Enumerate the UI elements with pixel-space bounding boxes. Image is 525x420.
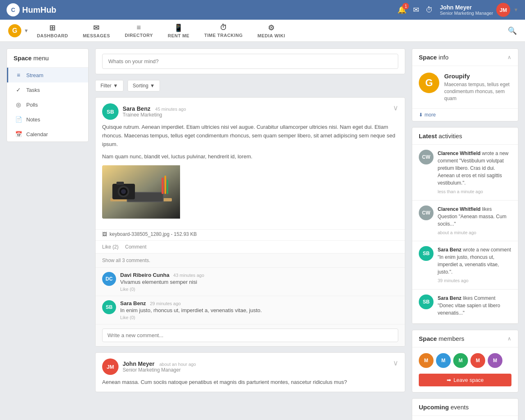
leave-label: Leave space [454,377,484,383]
user-avatar[interactable]: JM [496,3,510,17]
members-toggle[interactable]: ∧ [507,336,511,342]
activity-avatar-1: CW [419,150,434,164]
post-text-1b: Nam quam nunc, blandit vel, luctus pulvi… [102,153,398,161]
member-avatar-4[interactable]: M [470,353,485,368]
space-desc: Maecenas tempus, tellus eget condimentum… [444,81,511,102]
nav-rentme[interactable]: 📱 RENT ME [161,21,196,41]
mediawiki-icon: ⚙ [268,23,275,32]
leave-icon: ➡ [447,377,451,383]
logo[interactable]: C HumHub [7,3,56,16]
space-button[interactable]: G [8,24,21,37]
post-collapse-2[interactable]: ∨ [393,358,398,368]
members-title-strong: Space [419,335,437,342]
space-members-header: Space members ∧ [412,330,518,347]
comment-button-1[interactable]: Comment [125,244,146,250]
nav-timetracking[interactable]: ⏱ TIME TRACKING [198,21,249,40]
like-button-1[interactable]: Like (2) [102,244,119,250]
activity-item-2: CW Clarence Whitfield likes Question "Ae… [412,201,518,242]
leave-space-button[interactable]: ➡ Leave space [419,374,511,386]
clock-button[interactable]: ⏱ [426,6,433,14]
space-info-toggle[interactable]: ∧ [507,54,511,60]
sidebar-item-notes[interactable]: 📄 Notes [7,112,88,127]
latest-activities-card: Latest activities CW Clarence Whitfield … [412,127,518,324]
filter-bar: Filter ▼ Sorting ▼ [95,80,405,91]
top-nav-right: 🔔 1 ✉ ⏱ John Meyer Senior Marketing Mana… [397,3,518,17]
more-label: more [425,112,436,118]
comment-initials-1: DC [105,276,112,282]
space-members-card: Space members ∧ M M M M M ➡ Leave space [412,330,518,393]
svg-rect-8 [116,182,124,185]
member-avatar-5[interactable]: M [488,353,502,368]
space-dropdown-arrow[interactable]: ▼ [24,28,29,34]
nav-messages[interactable]: ✉ MESSAGES [76,21,116,41]
post-header-1: SB Sara Benz 45 minutes ago Trainee Mark… [96,98,405,123]
sorting-label: Sorting [133,83,148,89]
sidebar-item-polls[interactable]: ◎ Polls [7,97,88,112]
latest-activities-header: Latest activities [412,128,518,145]
space-info-card: Space info ∧ G Groupify Maecenas tempus,… [412,48,518,121]
upcoming-content: Skype Call with Davis August 21, 2014 (1… [412,416,518,420]
upcoming-events-card: Upcoming events Skype Call with Davis Au… [412,398,518,420]
post-role-2: Senior Marketing Manager [123,367,196,373]
sidebar-item-stream[interactable]: ≡ Stream [7,68,88,82]
space-logo: G [419,73,439,93]
space-selector[interactable]: G ▼ [8,24,29,37]
top-nav: C HumHub 🔔 1 ✉ ⏱ John Meyer Senior Marke… [0,0,525,20]
comment-initials-2: SB [106,304,113,310]
comment-time-1: 43 minutes ago [173,273,204,278]
member-avatar-1[interactable]: M [419,353,434,368]
post-header-2: JM John Meyer about an hour ago Senior M… [96,353,405,378]
sidebar-item-calendar[interactable]: 📅 Calendar [7,127,88,142]
nav-timetracking-label: TIME TRACKING [204,33,243,38]
notifications-button[interactable]: 🔔 1 [397,5,406,14]
space-info-header: Space info ∧ [412,49,518,66]
nav-mediawiki-label: MEDIA WIKI [258,33,285,38]
comment-like-1[interactable]: Like (0) [120,287,398,292]
sidebar-notes-label: Notes [26,116,40,123]
stream-icon: ≡ [15,72,22,78]
post-avatar-john: JM [102,358,119,375]
sidebar: Space menu ≡ Stream ✓ Tasks ◎ Polls 📄 No… [7,48,89,420]
post-text-1a: Quisque rutrum. Aenean imperdiet. Etiam … [102,123,398,148]
messages-button[interactable]: ✉ [413,5,419,14]
upcoming-title-strong: Upcoming [419,404,449,411]
nav-dashboard-label: DASHBOARD [37,33,68,38]
sidebar-tasks-label: Tasks [26,87,40,93]
rentme-icon: 📱 [174,23,183,32]
space-more-link[interactable]: ⬇ more [412,108,518,121]
activity-avatar-2: CW [419,205,434,220]
nav-dashboard[interactable]: ⊞ DASHBOARD [30,21,75,41]
activity-author-1: Clarence Whitfield [438,151,481,156]
filter-label: Filter [100,83,112,89]
activity-time-1: less than a minute ago [438,188,511,195]
member-avatar-3[interactable]: M [453,353,468,368]
logo-text: HumHub [22,5,56,15]
comment-like-2[interactable]: Like (0) [120,315,398,320]
post-author-name-2: John Meyer [123,361,155,367]
sorting-button[interactable]: Sorting ▼ [128,80,160,91]
filter-dropdown-icon: ▼ [113,83,118,89]
nav-directory[interactable]: ≡ DIRECTORY [118,21,160,40]
activity-item-1: CW Clarence Whitfield wrote a new commen… [412,145,518,201]
space-info-content: G Groupify Maecenas tempus, tellus eget … [412,66,518,108]
compose-box [95,48,405,74]
post-collapse-1[interactable]: ∨ [393,103,398,112]
activity-item-3: SB Sara Benz wrote a new comment "In eni… [412,241,518,290]
svg-rect-10 [164,176,166,194]
attachment-icon: 🖼 [102,231,107,237]
comment-input[interactable] [102,329,398,342]
user-dropdown-arrow[interactable]: ▼ [514,7,518,13]
filter-button[interactable]: Filter ▼ [95,80,123,91]
member-avatar-2[interactable]: M [436,353,451,368]
activity-time-2: about a minute ago [438,229,511,236]
show-all-comments[interactable]: Show all 3 comments. [96,253,405,268]
nav-mediawiki[interactable]: ⚙ MEDIA WIKI [251,21,292,41]
logo-icon: C [7,3,20,16]
post-avatar-sara: SB [102,103,119,120]
sorting-dropdown-icon: ▼ [150,83,155,89]
sidebar-item-tasks[interactable]: ✓ Tasks [7,82,88,97]
post-body-1: Quisque rutrum. Aenean imperdiet. Etiam … [96,123,405,228]
search-button[interactable]: 🔍 [508,26,517,35]
compose-input[interactable] [102,54,398,69]
upcoming-events-title: Upcoming events [419,404,469,411]
